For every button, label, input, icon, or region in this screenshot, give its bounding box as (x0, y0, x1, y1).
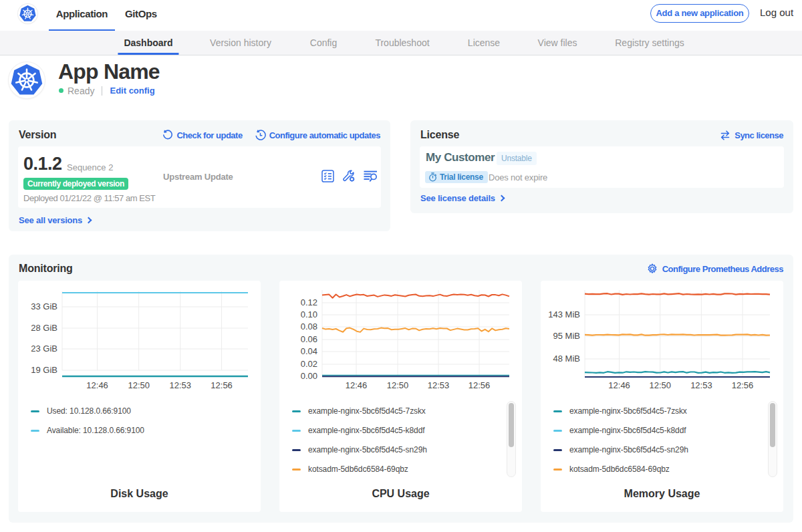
svg-text:0.02: 0.02 (301, 359, 317, 369)
svg-text:12:56: 12:56 (732, 380, 754, 390)
svg-text:95 MiB: 95 MiB (553, 331, 580, 341)
svg-text:0.06: 0.06 (301, 334, 317, 344)
svg-text:48 MiB: 48 MiB (553, 354, 580, 364)
svg-text:12:46: 12:46 (86, 380, 108, 390)
svg-text:12:53: 12:53 (428, 380, 450, 390)
svg-text:12:53: 12:53 (170, 380, 192, 390)
svg-text:12:56: 12:56 (211, 380, 233, 390)
svg-text:0.10: 0.10 (301, 309, 317, 319)
svg-text:12:53: 12:53 (690, 380, 712, 390)
svg-text:0.04: 0.04 (301, 346, 317, 356)
svg-text:12:50: 12:50 (387, 380, 409, 390)
svg-text:12:46: 12:46 (608, 380, 630, 390)
svg-text:143 MiB: 143 MiB (548, 309, 580, 319)
svg-text:12:46: 12:46 (346, 380, 368, 390)
svg-text:0.08: 0.08 (301, 321, 317, 331)
svg-text:12:50: 12:50 (128, 380, 150, 390)
svg-text:19 GiB: 19 GiB (31, 365, 57, 375)
svg-text:0.12: 0.12 (301, 297, 317, 307)
svg-text:12:50: 12:50 (649, 380, 671, 390)
svg-text:33 GiB: 33 GiB (31, 301, 57, 311)
svg-text:28 GiB: 28 GiB (31, 323, 57, 333)
svg-text:23 GiB: 23 GiB (31, 344, 57, 354)
svg-text:12:56: 12:56 (469, 380, 491, 390)
svg-text:0.00: 0.00 (301, 371, 317, 381)
